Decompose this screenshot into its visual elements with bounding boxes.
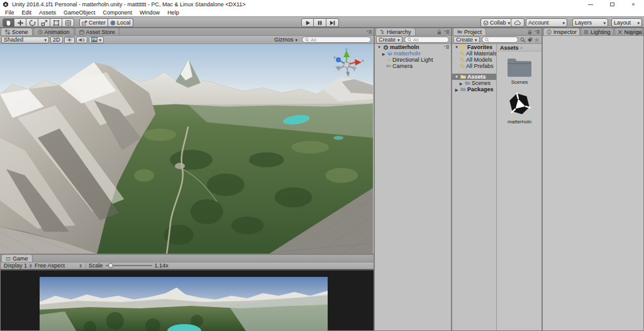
search-favorites-icon[interactable]	[534, 37, 540, 43]
favorite-all-models[interactable]: All Models	[452, 57, 496, 63]
hierarchy-create-button[interactable]: Create ▾	[376, 36, 402, 43]
step-button[interactable]	[326, 18, 339, 27]
layers-dropdown[interactable]: Layers ▾	[572, 18, 608, 27]
scene-panel-menu-icon[interactable]	[366, 30, 372, 35]
display-dropdown[interactable]: Display 1 ⇕	[2, 262, 28, 269]
rect-tool-icon	[53, 20, 60, 26]
asset-scenes-folder[interactable]: Scenes	[497, 57, 541, 85]
asset-matterholn-scene[interactable]: matterholn	[497, 90, 541, 125]
transform-tool-button[interactable]	[62, 18, 74, 27]
menu-window[interactable]: Window	[136, 9, 164, 16]
inspector-panel-menu-icon[interactable]	[636, 30, 642, 35]
tab-lighting[interactable]: Lighting	[580, 28, 614, 35]
minimize-button[interactable]	[580, 0, 601, 9]
tab-scene-label: Scene	[12, 29, 28, 35]
hand-tool-button[interactable]	[3, 18, 14, 27]
hierarchy-scene-root-row[interactable]: ▼ matterholn	[375, 44, 451, 50]
menu-assets[interactable]: Assets	[35, 9, 60, 16]
favorite-all-materials[interactable]: All Materials	[452, 50, 496, 57]
close-button[interactable]: ×	[623, 0, 644, 9]
foldout-open-icon[interactable]: ▼	[454, 45, 459, 49]
tab-game[interactable]: Game	[1, 254, 33, 262]
assets-root-row[interactable]: ▼ Assets	[452, 74, 496, 80]
aspect-label: Free Aspect	[35, 262, 65, 269]
menu-help[interactable]: Help	[164, 9, 183, 16]
window-titlebar[interactable]: Unity 2018.4.1f1 Personal - matterholn.u…	[0, 0, 644, 9]
tab-overflow-arrow[interactable]: ›	[626, 30, 628, 35]
foldout-closed-icon[interactable]: ▶	[458, 81, 464, 86]
scene-viewport[interactable]: y x z	[0, 44, 373, 254]
scale-tool-button[interactable]	[38, 18, 50, 27]
scale-slider-knob[interactable]	[108, 263, 113, 268]
account-dropdown[interactable]: Account ▾	[526, 18, 567, 27]
scene-context-menu-icon[interactable]	[443, 45, 450, 50]
restore-button[interactable]	[601, 0, 623, 9]
tree-folder-scenes[interactable]: ▶ Scenes	[452, 80, 496, 86]
favorites-root-row[interactable]: ▼ Favorites	[452, 44, 496, 50]
tree-folder-packages[interactable]: ▶ Packages	[452, 86, 496, 93]
move-tool-button[interactable]	[14, 18, 26, 27]
2d-toggle-button[interactable]: 2D	[50, 36, 63, 43]
tab-inspector[interactable]: Inspector	[543, 28, 580, 35]
hierarchy-panel-menu-icon[interactable]	[443, 30, 450, 35]
scene-lighting-toggle[interactable]	[64, 36, 75, 43]
tab-project[interactable]: Project	[453, 28, 486, 35]
shading-mode-dropdown[interactable]: Shaded ▾	[1, 36, 49, 43]
search-by-label-icon[interactable]	[527, 37, 533, 43]
hierarchy-item-matterholn[interactable]: ▶ matterholn	[375, 50, 451, 57]
project-search-input[interactable]	[491, 37, 515, 43]
scale-slider[interactable]	[106, 265, 152, 266]
tab-hierarchy[interactable]: Hierarchy	[375, 28, 416, 35]
hierarchy-search-input[interactable]	[413, 37, 446, 43]
rotate-tool-button[interactable]	[26, 18, 38, 27]
scene-search-box[interactable]	[302, 36, 371, 43]
tab-animation[interactable]: Animation	[33, 28, 74, 35]
project-panel-menu-icon[interactable]	[534, 30, 540, 35]
hierarchy-item-camera[interactable]: Camera	[375, 63, 451, 69]
tab-scene[interactable]: Scene	[1, 28, 33, 35]
foldout-open-icon[interactable]: ▼	[377, 45, 382, 49]
foldout-open-icon[interactable]: ▼	[454, 75, 459, 79]
pivot-toggle-button[interactable]: Center	[79, 18, 108, 27]
project-breadcrumb[interactable]: Assets ›	[497, 44, 541, 52]
scene-effects-dropdown[interactable]: ▾	[89, 36, 104, 43]
project-tabbar: Project	[452, 28, 541, 36]
rotate-icon	[29, 20, 36, 26]
scene-gizmos-dropdown[interactable]: Gizmos ▾	[272, 36, 299, 43]
window-controls: ×	[580, 0, 644, 9]
search-saved-icon	[460, 57, 465, 62]
play-button[interactable]	[301, 18, 314, 27]
layout-dropdown[interactable]: Layout ▾	[611, 18, 642, 27]
game-view-toolbar: Display 1 ⇕ Free Aspect ⇕ Scale 1.14x Ma…	[1, 262, 374, 269]
scene-audio-toggle[interactable]	[76, 36, 87, 43]
orientation-toggle-button[interactable]: Local	[108, 18, 133, 27]
menu-file[interactable]: File	[1, 9, 18, 16]
rect-tool-button[interactable]	[50, 18, 62, 27]
foldout-closed-icon[interactable]: ▶	[381, 52, 386, 56]
game-panel: Game Display 1 ⇕ Free Aspect ⇕ Scale 1.1…	[0, 254, 374, 331]
cloud-button[interactable]	[511, 18, 525, 27]
menu-gameobject[interactable]: GameObject	[60, 9, 99, 16]
game-viewport[interactable]	[1, 269, 374, 330]
search-by-type-icon[interactable]	[520, 37, 526, 43]
aspect-dropdown[interactable]: Free Aspect ⇕	[33, 262, 84, 269]
scene-orientation-gizmo[interactable]: y x z	[329, 48, 364, 81]
project-search-box[interactable]	[482, 36, 518, 43]
foldout-closed-icon[interactable]: ▶	[454, 87, 459, 92]
hierarchy-item-directional-light[interactable]: Directional Light	[375, 57, 451, 63]
menu-edit[interactable]: Edit	[18, 9, 36, 16]
inspector-lock-icon[interactable]	[630, 30, 634, 35]
tab-asset-store[interactable]: Asset Store	[75, 28, 120, 35]
favorite-all-prefabs[interactable]: All Prefabs	[452, 63, 496, 69]
hierarchy-search-box[interactable]	[404, 36, 449, 43]
star-icon	[460, 45, 466, 50]
hierarchy-lock-icon[interactable]	[437, 30, 441, 35]
scene-search-input[interactable]	[311, 37, 368, 43]
cloud-icon	[514, 20, 521, 26]
menu-component[interactable]: Component	[99, 9, 136, 16]
pause-button[interactable]	[314, 18, 326, 27]
project-lock-icon[interactable]	[528, 30, 532, 35]
tree-spacer	[452, 69, 496, 74]
project-create-button[interactable]: Create ▾	[453, 36, 480, 43]
collab-button[interactable]: Collab ▾	[480, 18, 513, 27]
